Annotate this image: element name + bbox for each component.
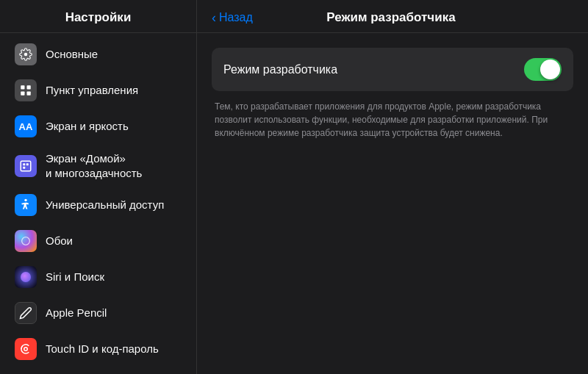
svg-rect-1: [21, 85, 24, 89]
svg-rect-5: [21, 161, 31, 171]
osnovnye-icon: [15, 43, 37, 65]
svg-point-9: [24, 199, 26, 201]
svg-rect-7: [26, 163, 29, 165]
sidebar: Настройки Основные Пункт управления AA Э…: [0, 0, 197, 374]
ekrandoma-icon: [15, 155, 37, 177]
sidebar-item-touchid[interactable]: Touch ID и код-пароль: [4, 331, 192, 367]
svg-rect-6: [23, 163, 25, 165]
back-label: Назад: [219, 11, 253, 24]
pencil-icon: [15, 302, 37, 324]
back-chevron-icon: ‹: [212, 11, 216, 24]
sidebar-item-ekran[interactable]: AA Экран и яркость: [4, 109, 192, 144]
sidebar-item-label: Apple Pencil: [46, 306, 107, 320]
sidebar-item-universalnyy[interactable]: Универсальный доступ: [4, 187, 192, 223]
universalnyy-icon: [15, 194, 37, 216]
main-content: ‹ Назад Режим разработчика Режим разрабо…: [197, 0, 588, 374]
svg-point-0: [24, 53, 28, 57]
svg-rect-2: [27, 85, 31, 89]
svg-rect-3: [21, 92, 24, 96]
sidebar-item-label: Универсальный доступ: [46, 198, 164, 212]
sidebar-title: Настройки: [65, 10, 132, 24]
back-button[interactable]: ‹ Назад: [212, 11, 253, 24]
ekran-icon: AA: [15, 115, 37, 137]
main-header: ‹ Назад Режим разработчика: [197, 0, 588, 33]
touchid-icon: [15, 338, 37, 360]
sidebar-item-label: Экран и яркость: [46, 119, 129, 134]
sidebar-header: Настройки: [0, 0, 196, 33]
svg-rect-8: [23, 166, 25, 168]
svg-point-11: [24, 348, 28, 351]
svg-point-10: [22, 237, 30, 245]
svg-rect-4: [27, 92, 31, 96]
sidebar-item-osnovnye[interactable]: Основные: [4, 37, 192, 72]
siri-icon: [15, 266, 37, 288]
sidebar-item-punkt-upravleniya[interactable]: Пункт управления: [4, 73, 192, 108]
setting-row-label: Режим разработчика: [223, 63, 524, 76]
sidebar-item-label: Touch ID и код-пароль: [46, 342, 159, 356]
main-header-title: Режим разработчика: [253, 10, 529, 25]
sidebar-item-siri[interactable]: Siri и Поиск: [4, 259, 192, 295]
sidebar-item-oboi[interactable]: Обои: [4, 223, 192, 259]
sidebar-item-label: Пункт управления: [46, 83, 138, 98]
toggle-knob: [540, 60, 560, 79]
setting-row: Режим разработчика: [212, 48, 573, 91]
sidebar-item-label: Обои: [46, 234, 73, 248]
sidebar-item-label: Экран «Домой» и многозадачность: [46, 151, 142, 180]
oboi-icon: [15, 230, 37, 252]
app-container: Настройки Основные Пункт управления AA Э…: [0, 0, 588, 374]
sidebar-item-label: Siri и Поиск: [46, 270, 104, 284]
sidebar-item-akkumulyator[interactable]: Аккумулятор: [4, 367, 192, 374]
setting-description: Тем, кто разрабатывает приложения для пр…: [212, 100, 573, 140]
sidebar-items: Основные Пункт управления AA Экран и ярк…: [0, 33, 196, 374]
main-body: Режим разработчика Тем, кто разрабатывае…: [197, 33, 588, 374]
sidebar-item-apple-pencil[interactable]: Apple Pencil: [4, 295, 192, 331]
sidebar-item-ekran-doma[interactable]: Экран «Домой» и многозадачность: [4, 145, 192, 187]
punkt-icon: [15, 79, 37, 101]
developer-mode-toggle[interactable]: [524, 58, 562, 81]
sidebar-item-label: Основные: [46, 47, 98, 62]
